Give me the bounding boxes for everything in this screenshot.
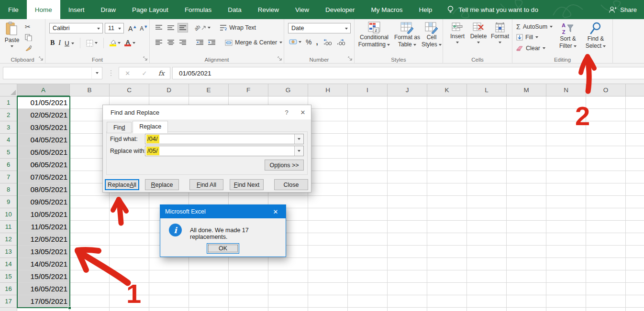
cell-I14[interactable]: [348, 258, 388, 270]
row-header-17[interactable]: 17: [0, 295, 17, 308]
find-select-dropdown-icon[interactable]: [603, 45, 606, 47]
cell-N11[interactable]: [546, 221, 586, 233]
column-header-I[interactable]: I: [348, 84, 388, 97]
format-as-table-button[interactable]: Format as Table: [394, 21, 421, 48]
cell-G15[interactable]: [268, 270, 308, 283]
underline-dropdown-icon[interactable]: [71, 43, 74, 44]
cell-B15[interactable]: [70, 270, 110, 283]
cell-H17[interactable]: [308, 295, 348, 308]
cell-O2[interactable]: [586, 109, 626, 121]
cell-M14[interactable]: [507, 258, 546, 270]
cell-L12[interactable]: [467, 233, 507, 246]
cell-M9[interactable]: [507, 196, 546, 208]
cell-I17[interactable]: [348, 295, 388, 308]
cell-L5[interactable]: [467, 146, 507, 159]
cell-K4[interactable]: [427, 134, 467, 146]
accounting-dropdown-icon[interactable]: [299, 41, 301, 43]
autosum-button[interactable]: Σ AutoSum: [516, 23, 553, 31]
cell-L14[interactable]: [467, 258, 507, 270]
cell-I15[interactable]: [348, 270, 388, 283]
cell-K18[interactable]: [427, 308, 467, 311]
cell-F16[interactable]: [229, 283, 268, 295]
cell-J1[interactable]: [388, 97, 427, 109]
cell-L11[interactable]: [467, 221, 507, 233]
cell-O17[interactable]: [586, 295, 626, 308]
dialog-help-button[interactable]: ?: [278, 105, 295, 119]
cell-I2[interactable]: [348, 109, 388, 121]
tab-insert[interactable]: Insert: [60, 0, 93, 19]
cell-partial-5[interactable]: [626, 146, 644, 159]
tab-data[interactable]: Data: [220, 0, 250, 19]
cell-C11[interactable]: [110, 221, 149, 233]
cell-B16[interactable]: [70, 283, 110, 295]
orientation-dropdown-icon[interactable]: [208, 27, 211, 29]
cell-partial-6[interactable]: [626, 159, 644, 171]
cell-partial-15[interactable]: [626, 270, 644, 283]
paste-button[interactable]: Paste: [2, 21, 22, 47]
font-size-combobox[interactable]: 11: [105, 23, 124, 33]
options-button[interactable]: Options >>: [265, 160, 304, 171]
cell-K11[interactable]: [427, 221, 467, 233]
cell-A12[interactable]: 12/05/2021: [17, 233, 70, 246]
number-format-combobox[interactable]: Date: [288, 23, 351, 33]
row-header-16[interactable]: 16: [0, 283, 17, 295]
cell-I9[interactable]: [348, 196, 388, 208]
cell-N13[interactable]: [546, 246, 586, 258]
align-middle-button[interactable]: [166, 23, 176, 32]
cell-N5[interactable]: [546, 146, 586, 159]
align-top-button[interactable]: [154, 23, 164, 32]
cell-K6[interactable]: [427, 159, 467, 171]
clipboard-dialog-launcher-icon[interactable]: [39, 56, 44, 61]
cell-L1[interactable]: [467, 97, 507, 109]
borders-button[interactable]: [86, 40, 98, 47]
cut-icon[interactable]: ✂: [25, 23, 32, 31]
cell-L4[interactable]: [467, 134, 507, 146]
share-button[interactable]: Share: [601, 0, 644, 19]
cell-B18[interactable]: [70, 308, 110, 311]
cell-B9[interactable]: [70, 196, 110, 208]
cell-J4[interactable]: [388, 134, 427, 146]
cell-O6[interactable]: [586, 159, 626, 171]
cell-K8[interactable]: [427, 183, 467, 196]
message-box-titlebar[interactable]: Microsoft Excel ✕: [160, 205, 286, 218]
font-family-combobox[interactable]: Calibri: [49, 23, 103, 33]
column-header-O[interactable]: O: [586, 84, 626, 97]
cell-partial-12[interactable]: [626, 233, 644, 246]
cell-C18[interactable]: [110, 308, 149, 311]
align-center-button[interactable]: [166, 38, 176, 47]
cell-H1[interactable]: [308, 97, 348, 109]
name-box[interactable]: [3, 67, 102, 79]
select-all-corner[interactable]: [0, 84, 17, 97]
cell-J7[interactable]: [388, 171, 427, 183]
cell-C15[interactable]: [110, 270, 149, 283]
delete-cells-button[interactable]: Delete: [469, 22, 488, 43]
row-header-11[interactable]: 11: [0, 221, 17, 233]
cell-J8[interactable]: [388, 183, 427, 196]
cell-G16[interactable]: [268, 283, 308, 295]
increase-indent-button[interactable]: [206, 38, 217, 47]
cell-I11[interactable]: [348, 221, 388, 233]
cell-I8[interactable]: [348, 183, 388, 196]
column-header-M[interactable]: M: [507, 84, 546, 97]
cell-O10[interactable]: [586, 208, 626, 221]
cell-O12[interactable]: [586, 233, 626, 246]
orientation-button[interactable]: ab: [194, 25, 211, 31]
font-family-dropdown-icon[interactable]: [97, 28, 100, 30]
sort-filter-dropdown-icon[interactable]: [574, 45, 577, 47]
insert-dropdown-icon[interactable]: [456, 42, 459, 43]
cell-O1[interactable]: [586, 97, 626, 109]
cell-O13[interactable]: [586, 246, 626, 258]
column-header-H[interactable]: H: [308, 84, 348, 97]
cell-L7[interactable]: [467, 171, 507, 183]
find-what-input[interactable]: /04/: [145, 134, 304, 144]
cell-partial-4[interactable]: [626, 134, 644, 146]
cell-J3[interactable]: [388, 121, 427, 134]
merge-center-dropdown-icon[interactable]: [279, 42, 282, 43]
cell-K5[interactable]: [427, 146, 467, 159]
cell-N8[interactable]: [546, 183, 586, 196]
alignment-dialog-launcher-icon[interactable]: [278, 56, 282, 61]
cell-I16[interactable]: [348, 283, 388, 295]
cell-M16[interactable]: [507, 283, 546, 295]
cell-I5[interactable]: [348, 146, 388, 159]
tab-page-layout[interactable]: Page Layout: [124, 0, 177, 19]
